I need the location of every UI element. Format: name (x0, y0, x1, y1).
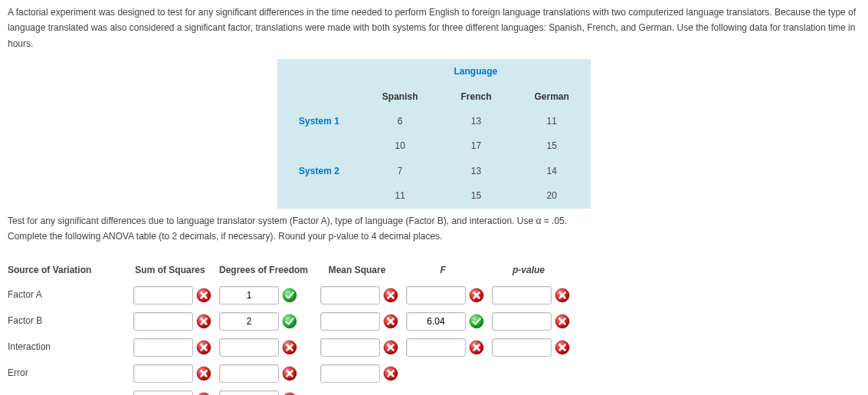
cell: 6 (361, 109, 440, 133)
language-super-header: Language (361, 59, 591, 84)
row-system1: System 1 (277, 109, 361, 133)
incorrect-icon (196, 288, 211, 303)
complete-instruction: Complete the following ANOVA table (to 2… (8, 229, 860, 244)
ms-input[interactable] (320, 364, 380, 383)
cell: 17 (440, 133, 513, 158)
anova-h-ms: Mean Square (320, 262, 406, 278)
anova-row-label: Factor A (8, 287, 126, 302)
ss-input[interactable] (133, 364, 193, 383)
ss-input[interactable] (133, 312, 193, 331)
incorrect-icon (383, 288, 398, 303)
row-system2: System 2 (277, 159, 361, 183)
incorrect-icon (282, 366, 297, 381)
incorrect-icon (555, 314, 570, 329)
df-input[interactable] (219, 390, 279, 395)
f-input[interactable] (406, 286, 466, 304)
anova-h-ss: Sum of Squares (133, 262, 219, 278)
incorrect-icon (282, 340, 297, 355)
anova-h-f: F (406, 262, 492, 278)
incorrect-icon (383, 366, 398, 381)
p-input[interactable] (492, 312, 552, 331)
cell: 13 (440, 159, 513, 183)
incorrect-icon (555, 340, 570, 355)
anova-row: Total (8, 390, 578, 395)
intro-text: A factorial experiment was designed to t… (8, 5, 860, 51)
anova-row: Error (8, 364, 578, 383)
incorrect-icon (282, 392, 297, 395)
p-input[interactable] (492, 338, 552, 357)
correct-icon (469, 314, 484, 329)
incorrect-icon (469, 340, 484, 355)
anova-row-label: Error (8, 365, 126, 380)
f-input[interactable] (406, 312, 466, 331)
anova-row: Factor A (8, 286, 578, 304)
ss-input[interactable] (133, 286, 193, 304)
cell: 7 (361, 159, 440, 183)
data-table-container: Language Spanish French German System 1 … (8, 59, 860, 208)
test-instruction: Test for any significant differences due… (8, 213, 860, 229)
ms-input[interactable] (320, 312, 380, 331)
anova-table: Source of Variation Sum of Squares Degre… (8, 255, 578, 395)
incorrect-icon (196, 340, 211, 355)
cell: 11 (361, 183, 440, 208)
incorrect-icon (383, 340, 398, 355)
col-german: German (513, 84, 591, 109)
df-input[interactable] (219, 364, 279, 383)
f-input[interactable] (406, 338, 466, 357)
df-input[interactable] (219, 338, 279, 357)
cell: 20 (513, 183, 591, 208)
incorrect-icon (196, 366, 211, 381)
ms-input[interactable] (320, 338, 380, 357)
incorrect-icon (383, 314, 398, 329)
cell: 15 (513, 133, 591, 158)
anova-h-p: p-value (492, 262, 578, 278)
ss-input[interactable] (133, 338, 193, 357)
cell: 15 (440, 183, 513, 208)
cell: 10 (361, 133, 440, 158)
anova-h-df: Degrees of Freedom (219, 262, 320, 278)
cell: 11 (513, 109, 591, 133)
col-spanish: Spanish (361, 84, 440, 109)
anova-row-label: Total (8, 391, 126, 395)
anova-row: Interaction (8, 338, 578, 357)
col-french: French (440, 84, 513, 109)
anova-row: Factor B (8, 312, 578, 331)
incorrect-icon (196, 392, 211, 395)
correct-icon (282, 314, 297, 329)
anova-h-source: Source of Variation (8, 262, 133, 278)
cell: 14 (513, 159, 591, 183)
df-input[interactable] (219, 312, 279, 331)
cell: 13 (440, 109, 513, 133)
anova-row-label: Factor B (8, 313, 126, 328)
incorrect-icon (196, 314, 211, 329)
anova-row-label: Interaction (8, 339, 126, 354)
correct-icon (282, 288, 297, 303)
p-input[interactable] (492, 286, 552, 304)
data-table: Language Spanish French German System 1 … (277, 59, 591, 208)
ms-input[interactable] (320, 286, 380, 304)
df-input[interactable] (219, 286, 279, 304)
ss-input[interactable] (133, 390, 193, 395)
incorrect-icon (469, 288, 484, 303)
incorrect-icon (555, 288, 570, 303)
